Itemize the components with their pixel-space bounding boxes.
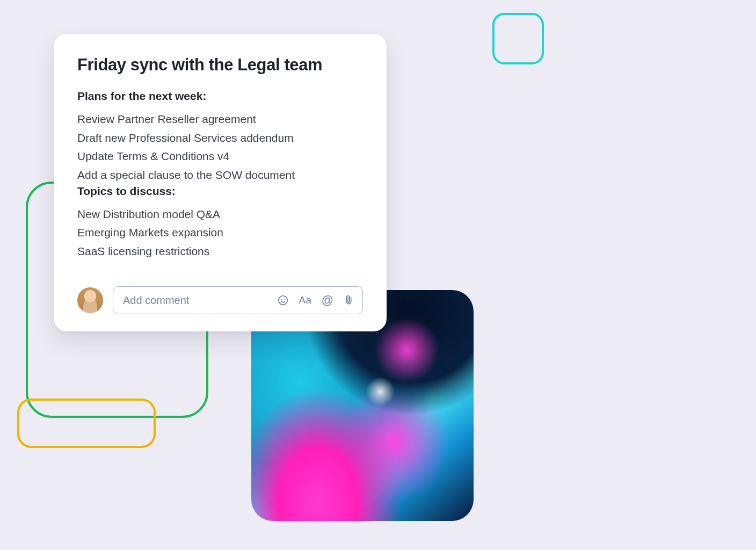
note-section-plans: Plans for the next week: Review Partner …	[77, 90, 363, 185]
list-item: Draft new Professional Services addendum	[77, 129, 363, 148]
note-list: New Distribution model Q&A Emerging Mark…	[77, 205, 363, 261]
decorative-teal-square	[492, 13, 544, 64]
comment-actions: Aa @	[277, 293, 355, 307]
list-item: SaaS licensing restrictions	[77, 242, 363, 261]
list-item: New Distribution model Q&A	[77, 205, 363, 224]
list-item: Update Terms & Conditions v4	[77, 147, 363, 166]
note-section-topics: Topics to discuss: New Distribution mode…	[77, 185, 363, 261]
comment-box[interactable]: Aa @	[113, 286, 363, 314]
decorative-yellow-rect	[17, 399, 156, 448]
note-card: Friday sync with the Legal team Plans fo…	[54, 34, 387, 331]
avatar	[77, 287, 103, 313]
note-subheading: Plans for the next week:	[77, 90, 363, 103]
mention-icon[interactable]: @	[322, 293, 333, 307]
comment-row: Aa @	[77, 286, 363, 314]
format-text-icon[interactable]: Aa	[299, 294, 311, 306]
note-subheading: Topics to discuss:	[77, 185, 363, 198]
svg-point-1	[281, 299, 282, 300]
list-item: Add a special clause to the SOW document	[77, 166, 363, 185]
svg-point-0	[279, 296, 288, 305]
comment-input[interactable]	[123, 294, 272, 307]
attachment-icon[interactable]	[343, 294, 355, 306]
note-list: Review Partner Reseller agreement Draft …	[77, 110, 363, 185]
list-item: Review Partner Reseller agreement	[77, 110, 363, 129]
svg-point-2	[284, 299, 285, 300]
emoji-icon[interactable]	[277, 294, 289, 306]
list-item: Emerging Markets expansion	[77, 223, 363, 242]
note-title: Friday sync with the Legal team	[77, 55, 363, 75]
